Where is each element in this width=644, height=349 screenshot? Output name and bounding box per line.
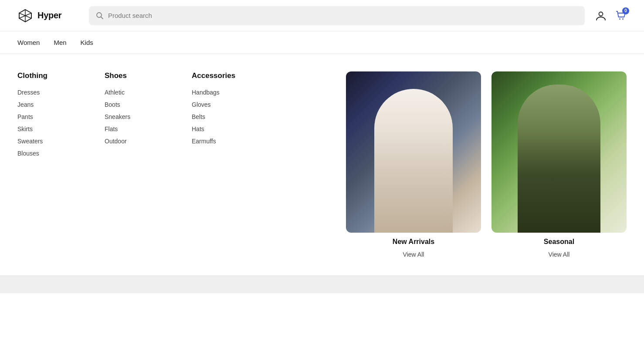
header-icons: 0 xyxy=(595,10,627,21)
panel-new-arrivals: New Arrivals View All xyxy=(346,71,481,258)
accessories-item-hats[interactable]: Hats xyxy=(192,125,244,132)
clothing-item-jeans[interactable]: Jeans xyxy=(17,101,70,108)
accessories-item-gloves[interactable]: Gloves xyxy=(192,101,244,108)
shoes-item-sneakers[interactable]: Sneakers xyxy=(105,113,157,120)
category-shoes-title: Shoes xyxy=(105,71,157,80)
search-input[interactable] xyxy=(108,12,578,19)
search-icon xyxy=(96,12,104,20)
shoes-item-flats[interactable]: Flats xyxy=(105,125,157,132)
clothing-item-skirts[interactable]: Skirts xyxy=(17,125,70,132)
clothing-item-sweaters[interactable]: Sweaters xyxy=(17,138,70,145)
clothing-items: Dresses Jeans Pants Skirts Sweaters Blou… xyxy=(17,89,70,157)
bottom-area xyxy=(0,276,644,293)
nav-item-men[interactable]: Men xyxy=(54,37,66,48)
shoes-item-athletic[interactable]: Athletic xyxy=(105,89,157,96)
search-bar[interactable] xyxy=(89,6,585,25)
logo-icon xyxy=(17,8,33,24)
seasonal-image[interactable] xyxy=(491,71,627,233)
seasonal-link[interactable]: View All xyxy=(549,251,570,258)
header: Hyper 0 xyxy=(0,0,644,31)
cart-button[interactable]: 0 xyxy=(615,10,627,21)
svg-point-3 xyxy=(599,12,603,16)
clothing-item-dresses[interactable]: Dresses xyxy=(17,89,70,96)
accessories-item-belts[interactable]: Belts xyxy=(192,113,244,120)
category-accessories: Accessories Handbags Gloves Belts Hats E… xyxy=(192,71,244,258)
shoes-items: Athletic Boots Sneakers Flats Outdoor xyxy=(105,89,157,145)
svg-point-4 xyxy=(619,18,620,20)
image-panels: New Arrivals View All Seasonal View All xyxy=(346,71,627,258)
account-icon xyxy=(595,10,607,21)
cart-badge: 0 xyxy=(622,7,629,14)
accessories-item-earmuffs[interactable]: Earmuffs xyxy=(192,138,244,145)
seasonal-label: Seasonal xyxy=(544,238,574,246)
logo-text: Hyper xyxy=(37,10,61,20)
dropdown-panel: Clothing Dresses Jeans Pants Skirts Swea… xyxy=(0,54,644,276)
new-arrivals-link[interactable]: View All xyxy=(403,251,424,258)
svg-line-2 xyxy=(101,17,103,19)
shoes-item-outdoor[interactable]: Outdoor xyxy=(105,138,157,145)
new-arrivals-label: New Arrivals xyxy=(393,238,434,246)
main-nav: Women Men Kids xyxy=(0,31,644,54)
category-clothing: Clothing Dresses Jeans Pants Skirts Swea… xyxy=(17,71,70,258)
category-shoes: Shoes Athletic Boots Sneakers Flats Outd… xyxy=(105,71,157,258)
account-button[interactable] xyxy=(595,10,607,21)
accessories-item-handbags[interactable]: Handbags xyxy=(192,89,244,96)
category-clothing-title: Clothing xyxy=(17,71,70,80)
panel-seasonal: Seasonal View All xyxy=(491,71,627,258)
categories-area: Clothing Dresses Jeans Pants Skirts Swea… xyxy=(17,71,329,258)
nav-item-kids[interactable]: Kids xyxy=(81,37,93,48)
accessories-items: Handbags Gloves Belts Hats Earmuffs xyxy=(192,89,244,145)
svg-point-5 xyxy=(622,18,624,20)
clothing-item-blouses[interactable]: Blouses xyxy=(17,150,70,157)
clothing-item-pants[interactable]: Pants xyxy=(17,113,70,120)
shoes-item-boots[interactable]: Boots xyxy=(105,101,157,108)
logo[interactable]: Hyper xyxy=(17,8,78,24)
new-arrivals-image[interactable] xyxy=(346,71,481,233)
nav-item-women[interactable]: Women xyxy=(17,37,40,48)
category-accessories-title: Accessories xyxy=(192,71,244,80)
